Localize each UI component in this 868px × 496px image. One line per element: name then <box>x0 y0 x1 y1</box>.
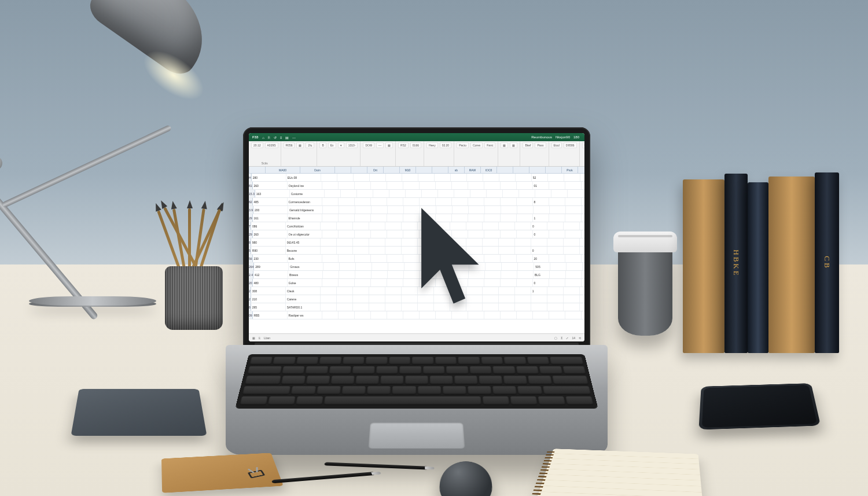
cell[interactable] <box>535 190 551 197</box>
column-header[interactable] <box>384 167 400 173</box>
column-header[interactable] <box>432 167 448 173</box>
cell[interactable] <box>487 190 503 197</box>
cell[interactable] <box>436 182 452 189</box>
cell[interactable] <box>387 198 403 205</box>
cell[interactable] <box>582 214 584 222</box>
cell[interactable]: Oeylond ice <box>288 182 322 189</box>
file-menu-label[interactable]: F33 <box>252 135 258 139</box>
cell[interactable] <box>435 174 451 181</box>
cell[interactable] <box>323 271 339 278</box>
cell[interactable] <box>337 303 353 311</box>
cell[interactable] <box>583 263 584 270</box>
cell[interactable] <box>564 174 580 181</box>
cell[interactable] <box>321 295 337 303</box>
cell[interactable] <box>547 222 564 230</box>
row-number[interactable]: 15.3 <box>249 190 255 197</box>
cell[interactable] <box>501 182 517 189</box>
cell[interactable] <box>356 263 372 270</box>
cell[interactable] <box>353 222 369 230</box>
cell[interactable] <box>454 190 470 197</box>
ribbon-button[interactable]: RS2 <box>398 142 409 148</box>
cell[interactable] <box>515 247 531 254</box>
cell[interactable]: Conchlolcian <box>286 222 321 230</box>
cell[interactable] <box>549 182 565 189</box>
cell[interactable] <box>337 295 353 303</box>
cell[interactable]: 0 <box>533 279 549 286</box>
cell[interactable]: 086 <box>251 222 286 230</box>
cell[interactable] <box>387 182 403 189</box>
cell[interactable]: 01 <box>533 182 549 189</box>
cell[interactable] <box>387 279 403 286</box>
cell[interactable] <box>517 279 533 286</box>
laptop-keyboard[interactable] <box>235 354 598 409</box>
statusbar-item[interactable]: ▢ <box>554 336 557 340</box>
cell[interactable] <box>565 214 582 222</box>
cell[interactable] <box>501 230 517 238</box>
cell[interactable] <box>385 238 402 246</box>
cell[interactable] <box>517 271 534 278</box>
cell[interactable] <box>422 190 438 197</box>
cell[interactable] <box>582 271 584 278</box>
column-header[interactable] <box>497 167 513 173</box>
cell[interactable] <box>565 311 582 319</box>
cell[interactable] <box>516 174 532 181</box>
cell[interactable] <box>388 271 404 278</box>
cell[interactable] <box>372 263 388 270</box>
cell[interactable] <box>499 295 515 303</box>
cell[interactable] <box>580 303 584 311</box>
cell[interactable] <box>565 279 582 286</box>
cell[interactable] <box>386 174 402 181</box>
cell[interactable] <box>371 279 387 286</box>
cell[interactable]: 480 <box>253 279 288 286</box>
cell[interactable] <box>339 214 355 222</box>
cell[interactable] <box>385 222 402 230</box>
ribbon-button[interactable]: Cores <box>470 142 483 148</box>
cell[interactable] <box>321 222 337 230</box>
cell[interactable] <box>580 287 584 295</box>
cell[interactable] <box>549 255 565 262</box>
cell[interactable] <box>387 214 403 222</box>
cell[interactable] <box>339 271 355 278</box>
cell[interactable]: Golse <box>288 279 322 286</box>
cell[interactable]: Btrews <box>288 271 323 278</box>
cell[interactable] <box>566 271 582 278</box>
cell[interactable] <box>547 287 564 295</box>
ribbon-button[interactable]: D9586 <box>564 142 577 148</box>
cell[interactable] <box>503 190 519 197</box>
column-header[interactable]: MA00 <box>266 167 300 173</box>
cell[interactable] <box>515 222 531 230</box>
cell[interactable] <box>565 182 582 189</box>
cell[interactable]: 0 <box>533 230 549 238</box>
ribbon-button[interactable]: Pass <box>535 142 546 148</box>
cell[interactable] <box>354 174 370 181</box>
column-header[interactable] <box>578 167 584 173</box>
cell[interactable] <box>371 230 387 238</box>
cell[interactable] <box>484 182 501 189</box>
cell[interactable]: Carene <box>286 295 321 303</box>
ribbon-button[interactable]: Ex <box>328 142 336 148</box>
cell[interactable]: Costorne <box>290 190 325 197</box>
table-row[interactable]: H280EUc.0852 <box>249 174 584 182</box>
cell[interactable] <box>339 230 355 238</box>
ribbon-button[interactable]: 1310- <box>346 142 358 148</box>
ribbon-button[interactable]: Heey <box>426 142 438 148</box>
cell[interactable] <box>517 255 533 262</box>
cell[interactable] <box>580 295 584 303</box>
ribbon-button[interactable]: 20.12 <box>251 142 263 148</box>
titlebar-button[interactable]: ⎘ <box>266 136 272 139</box>
cell[interactable] <box>355 198 371 205</box>
cell[interactable]: Beoune <box>286 247 321 254</box>
cell[interactable] <box>499 247 515 254</box>
cell[interactable] <box>531 303 547 311</box>
cell[interactable] <box>564 303 580 311</box>
spreadsheet-app[interactable]: F33 ⌂⎘↺≡▤⋯ ReumbunousNksjon90180 20.12A0… <box>249 133 584 341</box>
cell[interactable]: Gersald Inlgereens <box>288 206 323 214</box>
column-header[interactable]: Dotn <box>300 167 335 173</box>
cell[interactable] <box>451 174 467 181</box>
statusbar-item[interactable]: 14 <box>572 336 575 340</box>
cell[interactable] <box>370 174 386 181</box>
cell[interactable] <box>580 222 584 230</box>
cell[interactable] <box>517 311 533 319</box>
cell[interactable] <box>564 287 580 295</box>
cell[interactable] <box>387 255 403 262</box>
